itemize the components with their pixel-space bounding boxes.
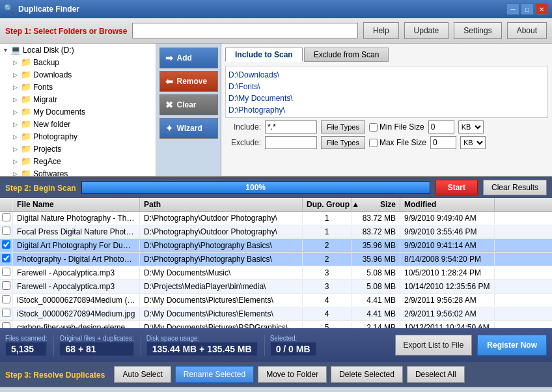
step3-number: Step 3: <box>5 371 33 380</box>
folder-icon: 📁 <box>21 82 31 92</box>
tree-item-label: RegAce <box>33 157 61 166</box>
register-button[interactable]: Register Now <box>477 335 547 356</box>
clear-button[interactable]: ✖ Clear <box>159 94 218 115</box>
row-size: 35.96 MB <box>352 253 400 265</box>
include-tab[interactable]: Include to Scan <box>225 48 303 62</box>
tree-root-item[interactable]: ▼ 💻 Local Disk (D:) <box>0 44 156 56</box>
originals-label: Original files + duplicates: <box>59 335 133 342</box>
scan-tabs: Include to Scan Exclude from Scan <box>225 48 548 62</box>
list-item[interactable]: ▷ 📁 Softwares <box>0 167 156 176</box>
min-size-input[interactable] <box>428 120 454 133</box>
main-content: ▼ 💻 Local Disk (D:) ▷ 📁 Backup ▷ 📁 Downl… <box>0 44 552 177</box>
browse-input[interactable] <box>132 23 358 38</box>
row-check-input[interactable] <box>2 281 10 290</box>
row-check-input[interactable] <box>2 309 10 317</box>
tree-collapse-icon: ▷ <box>13 146 21 152</box>
th-modified[interactable]: Modified <box>400 198 495 211</box>
row-checkbox[interactable] <box>0 225 13 238</box>
auto-select-button[interactable]: Auto Select <box>114 366 171 383</box>
max-size-unit-select[interactable]: KB MB <box>460 136 486 149</box>
tree-item-label: Projects <box>33 145 61 154</box>
row-filename: Focal Press Digital Nature Photograp <box>13 226 140 238</box>
row-checkbox[interactable] <box>0 239 13 252</box>
progress-label: 100% <box>245 183 266 192</box>
row-check-input[interactable] <box>2 295 10 303</box>
start-scan-button[interactable]: Start <box>435 180 478 195</box>
list-item[interactable]: ▷ 📁 My Documents <box>0 105 156 118</box>
step3-label: Step 3: Resolve Duplicates <box>5 370 105 380</box>
step1-number: Step 1: <box>5 27 33 36</box>
stats-bar: Files scanned: 5,135 Original files + du… <box>0 328 552 362</box>
include-paths-list: D:\Downloads\ D:\Fonts\ D:\My Documents\… <box>225 66 548 118</box>
row-path: D:\My Documents\Pictures\Elements\ <box>140 308 303 320</box>
th-size[interactable]: Size <box>352 198 400 211</box>
title-bar: 🔍 Duplicate Finder ─ □ ✕ <box>0 0 552 18</box>
list-item[interactable]: ▷ 📁 RegAce <box>0 155 156 167</box>
exclude-file-types-button[interactable]: File Types <box>321 136 365 149</box>
max-size-checkbox[interactable] <box>369 139 378 147</box>
include-filter-input[interactable] <box>265 120 317 133</box>
folder-icon: 📁 <box>21 107 31 117</box>
add-button[interactable]: ➡ Add <box>159 48 218 68</box>
step2-number: Step 2: <box>5 184 33 193</box>
list-item[interactable]: ▷ 📁 Migratr <box>0 93 156 105</box>
row-checkbox[interactable] <box>0 307 13 320</box>
row-check-input[interactable] <box>2 268 10 276</box>
delete-selected-button[interactable]: Delete Selected <box>331 366 403 383</box>
settings-button[interactable]: Settings <box>454 22 501 39</box>
progress-bar-fill: 100% <box>82 182 430 193</box>
row-checkbox[interactable] <box>0 321 13 328</box>
include-file-types-button[interactable]: File Types <box>321 120 365 133</box>
list-item[interactable]: ▷ 📁 Photography <box>0 130 156 143</box>
table-row: Focal Press Digital Nature Photograp D:\… <box>0 225 552 239</box>
wizard-button[interactable]: ✦ Wizard <box>159 118 218 139</box>
deselect-all-button[interactable]: Deselect All <box>407 366 465 383</box>
list-item[interactable]: ▷ 📁 Projects <box>0 143 156 155</box>
row-check-input[interactable] <box>2 254 10 262</box>
list-item[interactable]: ▷ 📁 Downloads <box>0 68 156 81</box>
row-check-input[interactable] <box>2 227 10 235</box>
exclude-tab[interactable]: Exclude from Scan <box>304 48 389 62</box>
row-checkbox[interactable] <box>0 266 13 279</box>
about-button[interactable]: About <box>507 22 547 39</box>
remove-button[interactable]: ⬅ Remove <box>159 71 218 92</box>
list-item[interactable]: ▷ 📁 New folder <box>0 118 156 130</box>
min-size-label: Min File Size <box>380 122 424 132</box>
tree-collapse-icon: ▷ <box>13 171 21 176</box>
selected-stat: Selected: 0 / 0 MB <box>270 335 323 356</box>
row-checkbox[interactable] <box>0 280 13 293</box>
row-check-input[interactable] <box>2 240 10 249</box>
max-size-input[interactable] <box>430 136 456 149</box>
th-filename[interactable]: File Name <box>13 198 140 211</box>
close-button[interactable]: ✕ <box>535 3 548 15</box>
row-check-input[interactable] <box>2 322 10 328</box>
minimize-button[interactable]: ─ <box>506 3 519 15</box>
row-size: 2.14 MB <box>352 322 400 328</box>
th-path[interactable]: Path <box>140 198 303 211</box>
row-checkbox[interactable] <box>0 294 13 307</box>
folder-tree[interactable]: ▼ 💻 Local Disk (D:) ▷ 📁 Backup ▷ 📁 Downl… <box>0 44 156 176</box>
list-item[interactable]: ▷ 📁 Fonts <box>0 81 156 93</box>
min-size-unit-select[interactable]: KB MB <box>458 120 484 133</box>
clear-results-button[interactable]: Clear Results <box>483 180 547 195</box>
rename-selected-button[interactable]: Rename Selected <box>175 366 254 383</box>
row-modified: 2/9/2011 9:56:02 AM <box>400 308 495 320</box>
th-dupgroup[interactable]: Dup. Group ▲ <box>303 198 352 211</box>
scan-panel: Include to Scan Exclude from Scan D:\Dow… <box>221 44 552 176</box>
row-checkbox[interactable] <box>0 212 13 225</box>
list-item: D:\Downloads\ <box>228 69 545 81</box>
row-modified: 9/9/2010 9:49:40 AM <box>400 212 495 224</box>
row-check-input[interactable] <box>2 213 10 221</box>
row-checkbox[interactable] <box>0 253 13 266</box>
min-size-checkbox[interactable] <box>369 123 378 132</box>
export-list-button[interactable]: Export List to File <box>395 335 473 356</box>
list-item[interactable]: ▷ 📁 Backup <box>0 56 156 68</box>
update-button[interactable]: Update <box>404 22 449 39</box>
step2-bar: Step 2: Begin Scan 100% Start Clear Resu… <box>0 177 552 198</box>
files-scanned-stat: Files scanned: 5,135 <box>5 335 54 356</box>
move-to-folder-button[interactable]: Move to Folder <box>258 366 327 383</box>
exclude-filter-input[interactable] <box>265 136 317 149</box>
row-filename: carbon-fiber-web-design-elements (1) <box>13 322 140 328</box>
maximize-button[interactable]: □ <box>521 3 534 15</box>
help-button[interactable]: Help <box>363 22 399 39</box>
